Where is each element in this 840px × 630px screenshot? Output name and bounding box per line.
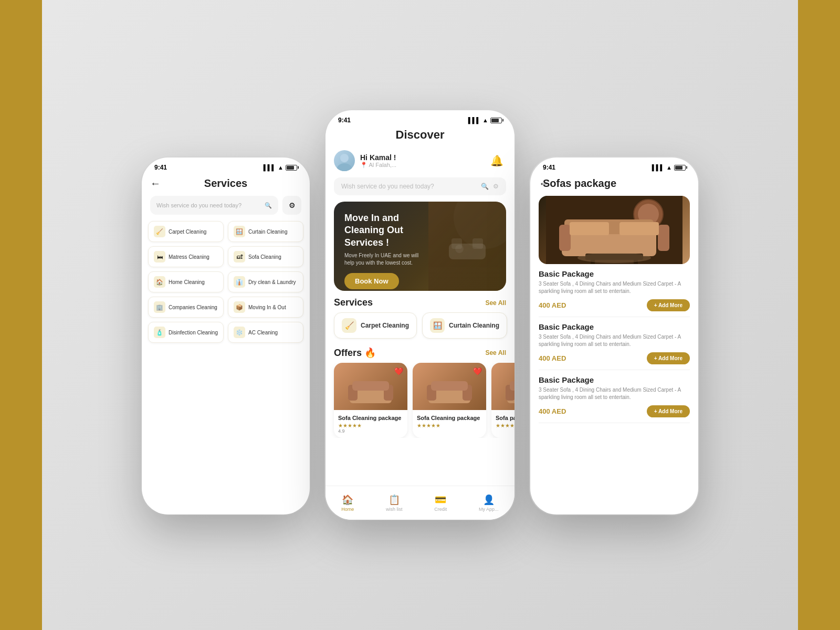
offer-image-3 (491, 363, 514, 410)
time-right: 9:41 (543, 164, 555, 171)
battery-icon-center (490, 118, 502, 123)
user-row: Hi Kamal ! 📍 Al Falah,... 🔔 (326, 146, 514, 175)
discover-header: Discover (326, 126, 514, 146)
service-chip-curtain[interactable]: 🪟 Curtain Cleaning (228, 221, 303, 242)
carpet-cleaning-icon: 🧹 (154, 226, 165, 237)
search-placeholder-center: Wish service do you need today? (341, 183, 434, 190)
companies-cleaning-icon: 🏢 (154, 301, 165, 313)
package-price-2: 400 AED (539, 354, 566, 362)
offer-info-2: Sofa Cleaning package ★★★★★ (413, 410, 486, 433)
add-more-btn-2[interactable]: + Add More (647, 352, 690, 364)
package-card-3: Basic Package 3 Seater Sofa , 4 Dining C… (539, 375, 690, 423)
services-see-all[interactable]: See All (485, 299, 506, 307)
sofas-screen: ← Sofas package (530, 173, 698, 509)
service-chip-home[interactable]: 🏠 Home Cleaning (148, 271, 224, 292)
service-chip-companies[interactable]: 🏢 Companies Cleaning (148, 297, 224, 318)
nav-wishlist[interactable]: 📋 wish list (386, 494, 403, 512)
sofa-image-3 (491, 363, 514, 410)
offers-see-all[interactable]: See All (485, 349, 506, 356)
phone-services: 9:41 ▌▌▌ ▲ ← Services Wish service do yo… (142, 158, 310, 514)
wifi-icon-center: ▲ (482, 117, 488, 123)
service-chip-moving[interactable]: 📦 Moving In & Out (228, 297, 303, 318)
user-info: Hi Kamal ! 📍 Al Falah,... (334, 150, 396, 171)
offer-info-1: Sofa Cleaning package ★★★★★ 4.9 (334, 410, 407, 438)
matress-cleaning-label: Matress Cleaning (169, 254, 209, 260)
offer-card-3[interactable]: Sofa pack... ★★★★★ (491, 363, 514, 438)
curtain-cleaning-label: Curtain Cleaning (248, 229, 288, 235)
package-card-2: Basic Package 3 Seater Sofa , 4 Dining C… (539, 322, 690, 370)
home-cleaning-label: Home Cleaning (169, 279, 205, 285)
heart-icon-1: ❤️ (394, 367, 403, 375)
hero-title: Move In and Cleaning Out Services ! (344, 212, 427, 249)
svg-point-5 (455, 245, 464, 253)
notification-bell[interactable]: 🔔 (487, 151, 506, 170)
discover-screen: Discover Hi Kamal ! 📍 Al Fa (326, 126, 514, 514)
package-desc-1: 3 Seater Sofa , 4 Dining Chairs and Medi… (539, 280, 690, 295)
user-location: 📍 Al Falah,... (360, 162, 396, 169)
back-button-right[interactable]: ← (539, 177, 549, 190)
ac-cleaning-label: AC Cleaning (248, 330, 278, 335)
companies-cleaning-label: Companies Cleaning (169, 304, 217, 310)
services-grid: 🧹 Carpet Cleaning 🪟 Curtain Cleaning 🛏 M… (142, 221, 310, 343)
add-more-btn-1[interactable]: + Add More (647, 299, 690, 311)
search-bar-left[interactable]: Wish service do you need today? 🔍 (150, 196, 278, 215)
add-more-btn-3[interactable]: + Add More (647, 405, 690, 417)
offer-image-1: ❤️ (334, 363, 407, 410)
hero-banner: Move In and Cleaning Out Services ! Move… (334, 202, 506, 291)
service-chip-matress[interactable]: 🛏 Matress Cleaning (148, 246, 224, 267)
wishlist-nav-label: wish list (386, 507, 403, 512)
offer-card-1[interactable]: ❤️ Sofa Cleaning package ★★★★★ 4.9 (334, 363, 407, 438)
location-pin-icon: 📍 (360, 162, 368, 168)
carpet-cleaning-label: Carpet Cleaning (169, 229, 206, 235)
svg-rect-4 (472, 238, 483, 249)
back-button-left[interactable]: ← (150, 177, 161, 190)
wifi-icon-right: ▲ (666, 164, 672, 171)
search-bar-center[interactable]: Wish service do you need today? 🔍 ⚙ (334, 177, 506, 195)
package-price-3: 400 AED (539, 407, 566, 415)
nav-home[interactable]: 🏠 Home (341, 494, 354, 512)
curtain-pill-icon: 🪟 (430, 318, 445, 333)
carpet-pill-icon: 🧹 (342, 318, 356, 333)
heart-icon-2: ❤️ (473, 367, 482, 375)
nav-myapp[interactable]: 👤 My App... (479, 494, 499, 512)
filter-icon-center: ⚙ (493, 183, 499, 190)
service-pill-carpet[interactable]: 🧹 Carpet Cleaning (334, 312, 417, 339)
svg-point-1 (337, 163, 352, 171)
user-avatar (334, 150, 355, 171)
dry-clean-icon: 👔 (234, 276, 245, 288)
wishlist-nav-icon: 📋 (388, 494, 400, 506)
status-icons-center: ▌▌▌ ▲ (468, 117, 502, 123)
fire-icon: 🔥 (364, 348, 376, 358)
home-nav-icon: 🏠 (342, 494, 353, 506)
service-chip-ac[interactable]: ❄️ AC Cleaning (228, 322, 303, 343)
hero-subtitle: Move Freely In UAE and we will help you … (344, 252, 427, 267)
phones-container: 9:41 ▌▌▌ ▲ ← Services Wish service do yo… (142, 110, 698, 520)
offer-rating-1: 4.9 (338, 428, 403, 434)
search-action-icons: 🔍 ⚙ (481, 183, 499, 190)
offer-card-2[interactable]: ❤️ Sofa Cleaning package ★★★★★ (413, 363, 486, 438)
svg-rect-13 (431, 381, 468, 391)
services-page-title: Services (204, 177, 247, 190)
service-chip-disinfection[interactable]: 🧴 Disinfection Cleaning (148, 322, 224, 343)
book-now-button[interactable]: Book Now (344, 273, 399, 289)
services-section-title: Services (334, 297, 373, 308)
service-chip-dry[interactable]: 👔 Dry clean & Laundry (228, 271, 303, 292)
signal-icon: ▌▌▌ (264, 164, 276, 171)
myapp-nav-label: My App... (479, 507, 499, 512)
battery-icon-right (674, 165, 686, 171)
status-icons-left: ▌▌▌ ▲ (264, 164, 297, 171)
offers-scroll: ❤️ Sofa Cleaning package ★★★★★ 4.9 (326, 363, 514, 438)
sofa-cleaning-icon: 🛋 (234, 251, 245, 262)
user-name: Hi Kamal ! (360, 153, 396, 162)
curtain-cleaning-icon: 🪟 (234, 226, 245, 237)
service-chip-sofa[interactable]: 🛋 Sofa Cleaning (228, 246, 303, 267)
nav-credit[interactable]: 💳 Credit (434, 494, 447, 512)
offer-stars-2: ★★★★★ (417, 423, 482, 428)
service-pill-curtain[interactable]: 🪟 Curtain Cleaning (422, 312, 507, 339)
credit-nav-label: Credit (434, 507, 447, 512)
service-chip-carpet[interactable]: 🧹 Carpet Cleaning (148, 221, 224, 242)
services-section-header: Services See All (326, 291, 514, 312)
sofas-hero-image (539, 196, 690, 264)
package-footer-1: 400 AED + Add More (539, 299, 690, 311)
filter-button-left[interactable]: ⚙ (282, 196, 301, 215)
